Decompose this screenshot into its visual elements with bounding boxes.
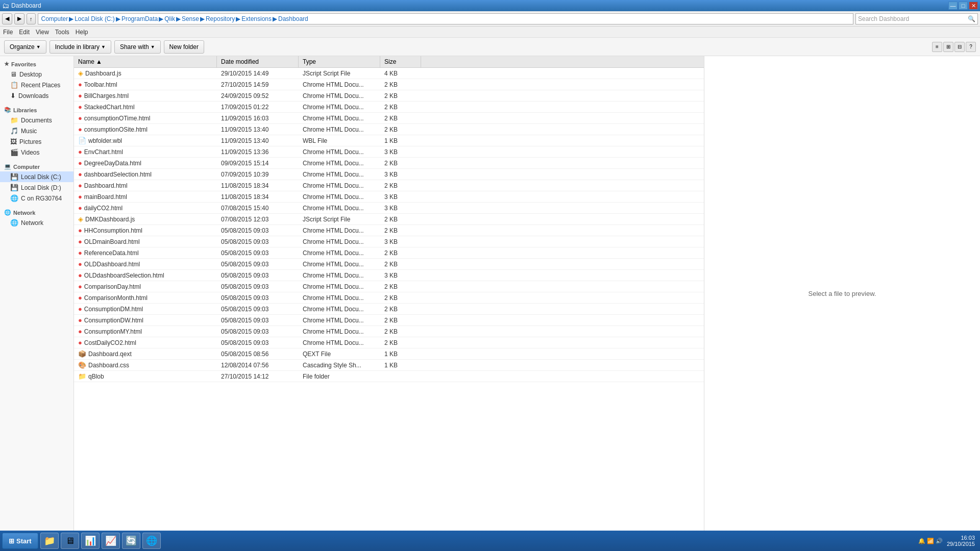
sidebar-item-network[interactable]: 🌐 Network: [0, 217, 74, 228]
sidebar-item-local-d[interactable]: 💾 Local Disk (D:): [0, 182, 74, 193]
file-name: Dashboard.js: [85, 70, 121, 77]
col-size[interactable]: Size: [380, 56, 421, 67]
table-row[interactable]: ● ReferenceData.html 05/08/2015 09:03 Ch…: [74, 247, 704, 259]
include-library-button[interactable]: Include in library ▼: [50, 40, 111, 54]
view-details-button[interactable]: ⊞: [943, 42, 953, 52]
file-list-header: Name ▲ Date modified Type Size: [74, 56, 704, 68]
table-row[interactable]: 🎨 Dashboard.css 12/08/2014 07:56 Cascadi…: [74, 360, 704, 371]
col-name[interactable]: Name ▲: [74, 56, 217, 67]
search-box[interactable]: 🔍: [855, 13, 978, 24]
sidebar-item-downloads[interactable]: ⬇ Downloads: [0, 90, 74, 101]
taskbar-explorer-button[interactable]: 📁: [40, 533, 59, 549]
sidebar-item-rg30764[interactable]: 🌐 C on RG30764: [0, 193, 74, 204]
col-date[interactable]: Date modified: [217, 56, 299, 67]
view-tiles-button[interactable]: ⊟: [954, 42, 965, 52]
help-button[interactable]: ?: [966, 42, 976, 52]
path-repository[interactable]: Repository: [206, 15, 235, 22]
taskbar-btn6[interactable]: 🌐: [142, 533, 161, 549]
file-list: Name ▲ Date modified Type Size ◈ Dashboa…: [74, 56, 704, 531]
path-sense[interactable]: Sense: [182, 15, 199, 22]
table-row[interactable]: ● Toolbar.html 27/10/2015 14:59 Chrome H…: [74, 79, 704, 90]
table-row[interactable]: ● ConsumptionMY.html 05/08/2015 09:03 Ch…: [74, 326, 704, 337]
file-name: ConsumptionDM.html: [84, 306, 143, 313]
taskbar-btn2[interactable]: 🖥: [61, 533, 79, 549]
maximize-button[interactable]: □: [959, 2, 968, 10]
menu-view[interactable]: View: [36, 29, 49, 36]
sidebar-item-local-c[interactable]: 💾 Local Disk (C:): [0, 171, 74, 182]
new-folder-button[interactable]: New folder: [164, 40, 204, 54]
table-row[interactable]: ● ConsumptionDM.html 05/08/2015 09:03 Ch…: [74, 304, 704, 315]
table-row[interactable]: ● StackedChart.html 17/09/2015 01:22 Chr…: [74, 102, 704, 113]
path-qlik[interactable]: Qlik: [164, 15, 175, 22]
file-type-cell: Chrome HTML Docu...: [299, 315, 380, 325]
taskbar-btn5[interactable]: 🔄: [122, 533, 140, 549]
table-row[interactable]: ◈ Dashboard.js 29/10/2015 14:49 JScript …: [74, 68, 704, 79]
start-icon: ⊞: [9, 537, 14, 545]
table-row[interactable]: ● OLDmainBoard.html 05/08/2015 09:03 Chr…: [74, 236, 704, 247]
file-size: 2 KB: [384, 306, 398, 313]
table-row[interactable]: ● DegreeDayData.html 09/09/2015 15:14 Ch…: [74, 158, 704, 169]
file-type: Chrome HTML Docu...: [303, 283, 364, 290]
path-computer[interactable]: Computer: [41, 15, 68, 22]
table-row[interactable]: ● CostDailyCO2.html 05/08/2015 09:03 Chr…: [74, 337, 704, 348]
table-row[interactable]: ● OLDDashboard.html 05/08/2015 09:03 Chr…: [74, 259, 704, 270]
taskbar-clock: 16:03 29/10/2015: [947, 535, 975, 547]
back-button[interactable]: ◀: [2, 13, 12, 24]
sidebar-item-desktop[interactable]: 🖥 Desktop: [0, 69, 74, 80]
path-dashboard[interactable]: Dashboard: [278, 15, 308, 22]
share-with-button[interactable]: Share with ▼: [114, 40, 161, 54]
table-row[interactable]: ● Dashboard.html 11/08/2015 18:34 Chrome…: [74, 180, 704, 191]
sidebar-item-videos[interactable]: 🎬 Videos: [0, 147, 74, 158]
title-text: Dashboard: [11, 2, 948, 9]
table-row[interactable]: ● ComparisonMonth.html 05/08/2015 09:03 …: [74, 292, 704, 304]
col-type[interactable]: Type: [299, 56, 380, 67]
sidebar-item-recent[interactable]: 📋 Recent Places: [0, 80, 74, 90]
path-localdisk[interactable]: Local Disk (C:): [75, 15, 115, 22]
table-row[interactable]: ● OLDdashboardSelection.html 05/08/2015 …: [74, 270, 704, 281]
chrome-icon: ●: [78, 126, 82, 133]
sidebar-item-documents[interactable]: 📁 Documents: [0, 115, 74, 126]
sidebar-item-pictures[interactable]: 🖼 Pictures: [0, 136, 74, 147]
sidebar-item-music[interactable]: 🎵 Music: [0, 126, 74, 136]
table-row[interactable]: ● dashboardSelection.html 07/09/2015 10:…: [74, 169, 704, 180]
path-extensions[interactable]: Extensions: [241, 15, 272, 22]
table-row[interactable]: 📦 Dashboard.qext 05/08/2015 08:56 QEXT F…: [74, 348, 704, 360]
table-row[interactable]: ◈ DMKDashboard.js 07/08/2015 12:03 JScri…: [74, 214, 704, 225]
file-type-cell: Chrome HTML Docu...: [299, 79, 380, 90]
table-row[interactable]: 📁 qBlob 27/10/2015 14:12 File folder: [74, 371, 704, 382]
organize-button[interactable]: Organize ▼: [4, 40, 46, 54]
forward-button[interactable]: ▶: [14, 13, 24, 24]
table-row[interactable]: ● EnvChart.html 11/09/2015 13:36 Chrome …: [74, 146, 704, 158]
menu-tools[interactable]: Tools: [55, 29, 69, 36]
file-size-cell: 2 KB: [380, 180, 421, 191]
menu-file[interactable]: File: [3, 29, 13, 36]
close-button[interactable]: ✕: [969, 2, 978, 10]
table-row[interactable]: ● consumptionOSite.html 11/09/2015 13:40…: [74, 124, 704, 135]
file-type-cell: File folder: [299, 371, 380, 382]
table-row[interactable]: ● HHConsumption.html 05/08/2015 09:03 Ch…: [74, 225, 704, 236]
table-row[interactable]: ● ComparisonDay.html 05/08/2015 09:03 Ch…: [74, 281, 704, 292]
table-row[interactable]: ● mainBoard.html 11/08/2015 18:34 Chrome…: [74, 191, 704, 203]
table-row[interactable]: ● dailyCO2.html 07/08/2015 15:40 Chrome …: [74, 203, 704, 214]
documents-icon: 📁: [10, 116, 18, 124]
file-name: HHConsumption.html: [84, 227, 142, 234]
localdisk-d-icon: 💾: [10, 184, 18, 191]
table-row[interactable]: ● BillCharges.html 24/09/2015 09:52 Chro…: [74, 90, 704, 102]
menu-help[interactable]: Help: [76, 29, 88, 36]
file-type: Chrome HTML Docu...: [303, 171, 364, 178]
file-date: 27/10/2015 14:59: [221, 81, 268, 88]
menu-edit[interactable]: Edit: [19, 29, 30, 36]
table-row[interactable]: ● ConsumptionDW.html 05/08/2015 09:03 Ch…: [74, 315, 704, 326]
table-row[interactable]: 📄 wbfolder.wbl 11/09/2015 13:40 WBL File…: [74, 135, 704, 146]
address-path[interactable]: Computer ▶ Local Disk (C:) ▶ ProgramData…: [38, 13, 854, 24]
path-programdata[interactable]: ProgramData: [121, 15, 158, 22]
taskbar-btn3[interactable]: 📊: [81, 533, 100, 549]
minimize-button[interactable]: —: [948, 2, 958, 10]
start-button[interactable]: ⊞ Start: [2, 533, 38, 549]
up-button[interactable]: ↑: [27, 13, 36, 24]
search-input[interactable]: [858, 15, 968, 22]
view-extra-button[interactable]: ≡: [932, 42, 942, 52]
chrome-icon: ●: [78, 193, 82, 201]
table-row[interactable]: ● consumptionOTime.html 11/09/2015 16:03…: [74, 113, 704, 124]
taskbar-btn4[interactable]: 📈: [102, 533, 120, 549]
